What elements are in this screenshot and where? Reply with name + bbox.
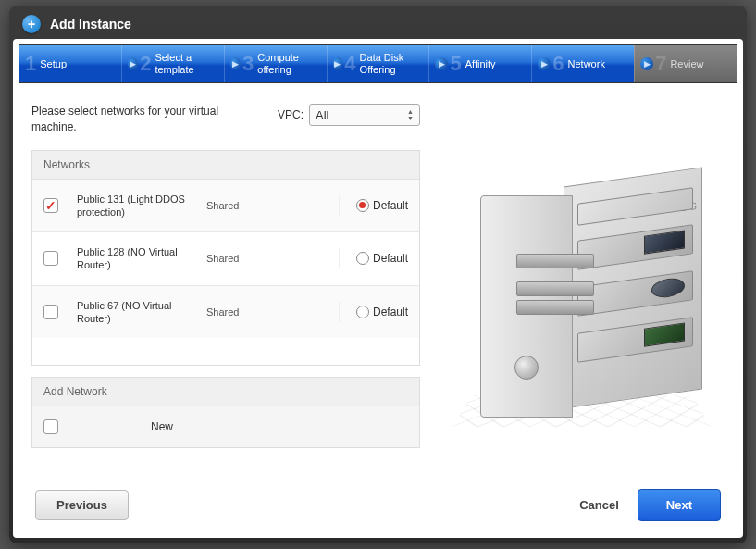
wizard-step-2[interactable]: ▶2Select a template — [121, 45, 224, 82]
step-number: 6 — [552, 54, 564, 74]
step-number: 4 — [344, 54, 355, 74]
chevron-right-icon: ▶ — [640, 57, 653, 70]
chevron-right-icon: ▶ — [128, 57, 138, 70]
step-number: 2 — [140, 54, 151, 74]
step-number: 3 — [242, 54, 254, 74]
network-row: Public 67 (NO Virtual Router)SharedDefau… — [32, 286, 419, 339]
step-label: Select a template — [155, 52, 217, 75]
illustration-area: OS — [439, 104, 725, 472]
default-label: Default — [373, 252, 408, 265]
step-label: Data Disk Offering — [360, 52, 424, 75]
step-label: Setup — [40, 58, 67, 70]
step-label: Affinity — [465, 58, 496, 70]
chevron-right-icon: ▶ — [435, 57, 448, 70]
plus-circle-icon: + — [22, 15, 41, 33]
chevron-right-icon: ▶ — [538, 57, 551, 70]
networks-list: Public 131 (Light DDOS protection)Shared… — [32, 180, 419, 365]
network-name: Public 131 (Light DDOS protection) — [77, 193, 206, 219]
network-checkbox[interactable] — [43, 251, 58, 266]
add-network-panel: Add Network New — [31, 377, 420, 448]
network-type: Shared — [206, 253, 280, 264]
wizard-step-1[interactable]: 1Setup — [19, 45, 121, 82]
network-checkbox[interactable] — [43, 305, 58, 319]
add-network-new-label: New — [151, 420, 173, 433]
previous-button[interactable]: Previous — [35, 490, 129, 520]
stepper-icon: ▲▼ — [407, 108, 414, 121]
step-prompt: Please select networks for your virtual … — [31, 104, 244, 135]
vpc-label: VPC: — [278, 108, 304, 121]
step-label: Compute offering — [257, 52, 320, 75]
step-label: Network — [568, 58, 605, 70]
networks-panel: Networks Public 131 (Light DDOS protecti… — [31, 150, 420, 366]
vpc-value: All — [316, 108, 328, 122]
default-radio[interactable] — [356, 306, 369, 318]
dialog-titlebar: + Add Instance — [13, 9, 743, 39]
wizard-step-7: ▶7Review — [634, 45, 737, 82]
network-row: Public 131 (Light DDOS protection)Shared… — [32, 180, 419, 233]
default-label: Default — [373, 199, 408, 212]
chevron-right-icon: ▶ — [333, 57, 343, 70]
default-radio[interactable] — [356, 252, 369, 265]
add-network-header: Add Network — [32, 378, 419, 406]
add-network-checkbox[interactable] — [43, 419, 58, 434]
network-checkbox[interactable] — [43, 198, 58, 213]
network-type: Shared — [206, 306, 280, 318]
add-instance-dialog: + Add Instance 1Setup▶2Select a template… — [9, 6, 747, 543]
network-name: Public 67 (NO Virtual Router) — [77, 299, 206, 326]
cancel-button[interactable]: Cancel — [579, 498, 619, 512]
step-number: 7 — [655, 54, 666, 74]
wizard-step-5[interactable]: ▶5Affinity — [428, 45, 531, 82]
wizard-steps: 1Setup▶2Select a template▶3Compute offer… — [19, 44, 737, 83]
networks-panel-header: Networks — [32, 151, 419, 180]
wizard-step-6[interactable]: ▶6Network — [531, 45, 634, 82]
step-number: 5 — [450, 54, 461, 74]
chevron-right-icon: ▶ — [230, 57, 241, 70]
network-row: Public 128 (NO Virtual Router)SharedDefa… — [32, 232, 419, 286]
wizard-step-4[interactable]: ▶4Data Disk Offering — [327, 45, 429, 82]
wizard-step-3[interactable]: ▶3Compute offering — [224, 45, 327, 82]
next-button[interactable]: Next — [638, 489, 721, 521]
default-label: Default — [373, 306, 408, 318]
step-number: 1 — [25, 54, 36, 74]
network-type: Shared — [206, 200, 280, 211]
vpc-select[interactable]: All ▲▼ — [309, 104, 420, 126]
network-name: Public 128 (NO Virtual Router) — [77, 245, 206, 272]
server-diagram: OS — [452, 149, 712, 427]
default-radio[interactable] — [356, 199, 369, 212]
dialog-title: Add Instance — [50, 17, 131, 31]
step-label: Review — [670, 58, 703, 70]
